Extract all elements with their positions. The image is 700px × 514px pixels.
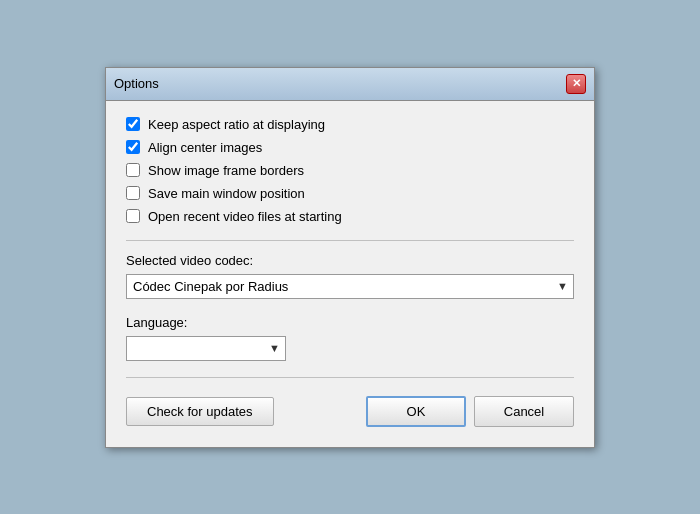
language-section: Language: ▼ xyxy=(126,315,574,361)
align-center-checkbox[interactable] xyxy=(126,140,140,154)
ok-button[interactable]: OK xyxy=(366,396,466,427)
keep-aspect-ratio-label: Keep aspect ratio at displaying xyxy=(148,117,325,132)
checkbox-row-1: Keep aspect ratio at displaying xyxy=(126,117,574,132)
save-window-position-label: Save main window position xyxy=(148,186,305,201)
codec-section: Selected video codec: Códec Cinepak por … xyxy=(126,253,574,299)
options-dialog: Options ✕ Keep aspect ratio at displayin… xyxy=(105,67,595,448)
open-recent-videos-checkbox[interactable] xyxy=(126,209,140,223)
show-frame-borders-label: Show image frame borders xyxy=(148,163,304,178)
close-button[interactable]: ✕ xyxy=(566,74,586,94)
codec-dropdown[interactable]: Códec Cinepak por Radius xyxy=(126,274,574,299)
save-window-position-checkbox[interactable] xyxy=(126,186,140,200)
check-updates-button[interactable]: Check for updates xyxy=(126,397,274,426)
keep-aspect-ratio-checkbox[interactable] xyxy=(126,117,140,131)
dialog-title: Options xyxy=(114,76,159,91)
align-center-label: Align center images xyxy=(148,140,262,155)
language-label: Language: xyxy=(126,315,574,330)
checkboxes-section: Keep aspect ratio at displaying Align ce… xyxy=(126,117,574,224)
language-dropdown-wrapper: ▼ xyxy=(126,336,286,361)
checkbox-row-3: Show image frame borders xyxy=(126,163,574,178)
open-recent-videos-label: Open recent video files at starting xyxy=(148,209,342,224)
right-buttons: OK Cancel xyxy=(366,396,574,427)
show-frame-borders-checkbox[interactable] xyxy=(126,163,140,177)
language-dropdown[interactable] xyxy=(126,336,286,361)
separator-1 xyxy=(126,240,574,241)
footer-separator xyxy=(126,377,574,378)
buttons-row: Check for updates OK Cancel xyxy=(126,386,574,431)
checkbox-row-2: Align center images xyxy=(126,140,574,155)
cancel-button[interactable]: Cancel xyxy=(474,396,574,427)
title-bar: Options ✕ xyxy=(106,68,594,101)
checkbox-row-4: Save main window position xyxy=(126,186,574,201)
codec-label: Selected video codec: xyxy=(126,253,574,268)
dialog-body: Keep aspect ratio at displaying Align ce… xyxy=(106,101,594,447)
codec-dropdown-wrapper: Códec Cinepak por Radius ▼ xyxy=(126,274,574,299)
checkbox-row-5: Open recent video files at starting xyxy=(126,209,574,224)
